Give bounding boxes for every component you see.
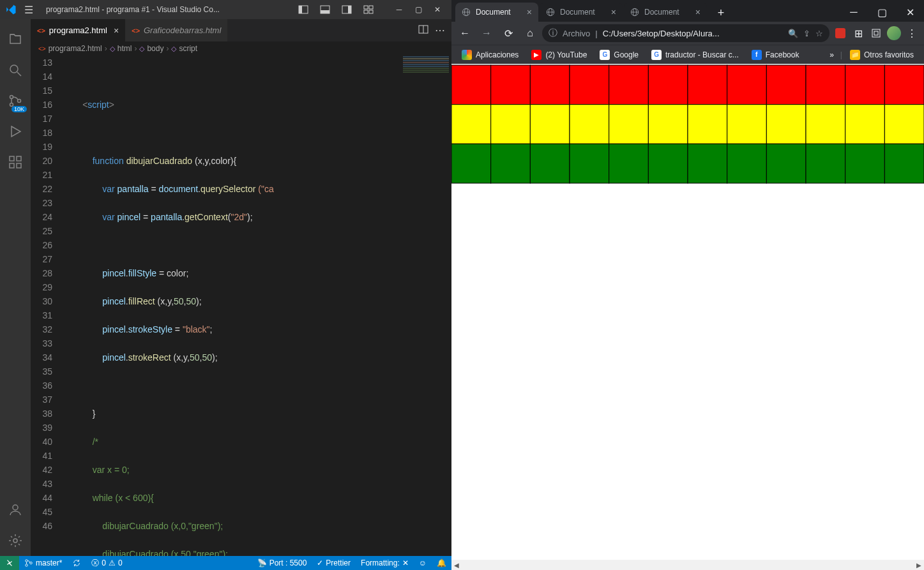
more-actions-icon[interactable]: ⋯ [435, 24, 445, 37]
activity-bar: 10K [0, 19, 31, 556]
code-content[interactable]: <script> function dibujarCuadrado (x,y,c… [63, 56, 451, 556]
bookmark-traductor[interactable]: Gtraductor - Buscar c... [646, 47, 744, 63]
code-editor[interactable]: 1314151617181920212223242526272829303132… [31, 56, 451, 556]
svg-rect-18 [17, 156, 21, 161]
split-editor-icon[interactable] [418, 24, 428, 37]
canvas-output [451, 64, 924, 549]
bookmark-facebook[interactable]: fFacebook [746, 47, 805, 63]
source-control-icon[interactable]: 10K [0, 86, 31, 116]
window-title: programa2.html - programa #1 - Visual St… [46, 5, 294, 14]
zoom-icon[interactable]: 🔍 [788, 29, 798, 38]
sync-icon[interactable] [67, 559, 86, 567]
globe-icon [462, 8, 471, 17]
chrome-maximize-icon[interactable]: ▢ [868, 3, 896, 22]
extensions-icon[interactable] [0, 147, 31, 177]
chrome-menu-icon[interactable]: ⋮ [904, 25, 920, 41]
chrome-minimize-icon[interactable]: ─ [840, 3, 868, 22]
tab-close-icon[interactable]: × [611, 7, 616, 17]
home-button[interactable]: ⌂ [520, 24, 540, 43]
problems[interactable]: ⓧ0 ⚠0 [86, 558, 127, 569]
html-file-icon: <> [38, 45, 46, 52]
formatting-status[interactable]: Formatting: ✕ [356, 559, 414, 567]
html-file-icon: <> [132, 27, 140, 34]
svg-rect-36 [874, 31, 878, 35]
tab-close-icon[interactable]: × [695, 7, 701, 17]
maximize-icon[interactable]: ▢ [409, 1, 427, 19]
back-button[interactable]: ← [455, 24, 474, 43]
remote-indicator[interactable] [0, 556, 19, 570]
bookmarks-overflow-icon[interactable]: » [826, 50, 838, 59]
editor-tabs: <> programa2.html × <> Graficodebarras.h… [31, 19, 451, 41]
svg-point-25 [30, 562, 33, 564]
browser-tab-2[interactable]: Document × [540, 3, 623, 22]
minimize-icon[interactable]: ─ [390, 1, 408, 19]
browser-tab-3[interactable]: Document × [624, 3, 707, 22]
scroll-right-icon[interactable]: ▶ [914, 560, 924, 570]
breadcrumb[interactable]: <>programa2.html › ◇html › ◇body › ◇scri… [31, 41, 451, 56]
svg-rect-5 [348, 6, 351, 13]
horizontal-scrollbar[interactable]: ◀ ▶ [451, 560, 924, 570]
new-tab-button[interactable]: + [712, 4, 730, 22]
svg-rect-6 [364, 6, 368, 9]
svg-point-20 [13, 539, 17, 543]
scroll-left-icon[interactable]: ◀ [451, 560, 462, 570]
tab-close-icon[interactable]: × [114, 26, 119, 36]
editor-tab-programa2[interactable]: <> programa2.html × [31, 19, 125, 41]
settings-icon[interactable] [0, 525, 31, 556]
forward-button[interactable]: → [477, 24, 496, 43]
minimap[interactable] [400, 56, 451, 151]
explorer-icon[interactable] [0, 24, 31, 55]
profile-avatar[interactable] [886, 25, 902, 41]
symbol-icon: ◇ [110, 45, 115, 53]
globe-icon [630, 8, 639, 17]
search-icon[interactable] [0, 55, 31, 86]
svg-rect-8 [364, 10, 368, 13]
svg-rect-3 [321, 10, 329, 13]
svg-point-24 [26, 564, 28, 567]
notifications-icon[interactable]: 🔔 [432, 559, 451, 567]
live-server-port[interactable]: 📡Port : 5500 [252, 559, 312, 567]
browser-tab-1[interactable]: Document × [455, 3, 538, 22]
share-icon[interactable]: ⇪ [803, 29, 810, 38]
extensions-puzzle-icon[interactable]: ⊞ [850, 25, 867, 41]
menu-icon[interactable]: ☰ [24, 4, 33, 16]
bookmark-google[interactable]: GGoogle [595, 47, 644, 63]
svg-rect-1 [299, 6, 302, 13]
layout-controls [294, 1, 377, 19]
vscode-window: ☰ programa2.html - programa #1 - Visual … [0, 0, 451, 570]
close-icon[interactable]: ✕ [428, 1, 446, 19]
chrome-close-icon[interactable]: ✕ [896, 3, 924, 22]
svg-point-19 [13, 505, 18, 510]
editor-area: <> programa2.html × <> Graficodebarras.h… [31, 19, 451, 556]
line-gutter: 1314151617181920212223242526272829303132… [31, 56, 63, 556]
prettier-status[interactable]: ✓Prettier [312, 559, 356, 567]
git-branch[interactable]: master* [19, 559, 67, 567]
extension-icon-1[interactable] [832, 25, 849, 41]
svg-point-23 [26, 560, 28, 562]
panel-bottom-icon[interactable] [316, 1, 334, 19]
symbol-icon: ◇ [171, 45, 176, 53]
account-icon[interactable] [0, 495, 31, 525]
bookmark-youtube[interactable]: ▶(2) YouTube [526, 47, 592, 63]
layout-grid-icon[interactable] [360, 1, 377, 19]
panel-right-icon[interactable] [338, 1, 356, 19]
tab-label: Graficodebarras.html [144, 26, 221, 35]
vscode-titlebar: ☰ programa2.html - programa #1 - Visual … [0, 0, 451, 19]
bookmarks-bar: Aplicaciones ▶(2) YouTube GGoogle Gtradu… [451, 45, 924, 64]
site-info-icon[interactable]: ⓘ [549, 27, 557, 39]
chrome-window: Document × Document × Document × + ─ ▢ ✕… [451, 0, 924, 570]
reload-button[interactable]: ⟳ [499, 24, 518, 43]
other-bookmarks[interactable]: 📁Otros favoritos [845, 47, 919, 63]
bookmark-star-icon[interactable]: ☆ [815, 29, 823, 38]
bookmark-apps[interactable]: Aplicaciones [457, 47, 524, 63]
svg-point-10 [10, 65, 18, 73]
editor-tab-graficodebarras[interactable]: <> Graficodebarras.html [125, 19, 227, 41]
panel-left-icon[interactable] [294, 1, 312, 19]
run-debug-icon[interactable] [0, 116, 31, 147]
tab-label: programa2.html [49, 26, 107, 35]
address-bar[interactable]: ⓘ Archivo | C:/Users/3etop/Desktop/Alura… [542, 24, 829, 42]
feedback-icon[interactable]: ☺ [414, 559, 432, 567]
chrome-tabstrip: Document × Document × Document × + ─ ▢ ✕ [451, 0, 924, 22]
tab-close-icon[interactable]: × [527, 7, 532, 17]
reading-list-icon[interactable] [868, 25, 884, 41]
